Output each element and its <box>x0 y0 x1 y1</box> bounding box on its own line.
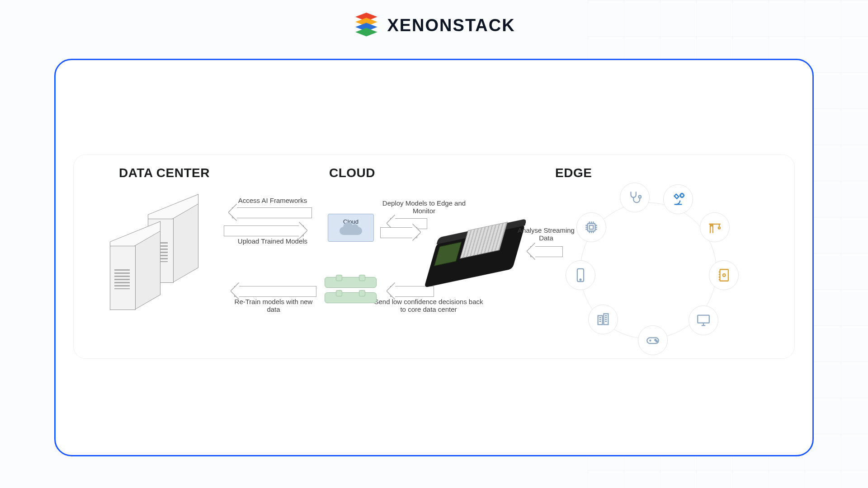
brand-name: XENONSTACK <box>387 16 515 35</box>
chip-icon <box>576 212 606 242</box>
svg-point-9 <box>723 274 726 277</box>
arrow-upload-models <box>224 225 304 236</box>
notebook-icon <box>709 260 739 290</box>
brand: XENONSTACK <box>353 12 515 39</box>
column-title-edge: EDGE <box>555 166 592 180</box>
xenonstack-logo-icon <box>353 12 380 39</box>
svg-point-4 <box>639 196 642 198</box>
svg-point-17 <box>580 279 581 281</box>
cloud-tile: Cloud <box>328 214 374 242</box>
arrow-access-ai <box>232 207 312 218</box>
crane-icon <box>700 212 730 242</box>
svg-rect-8 <box>720 269 728 281</box>
label-lowconf: Send low confidence decisions back to co… <box>372 298 485 313</box>
svg-point-12 <box>655 339 656 341</box>
arrow-lowconf <box>390 286 434 297</box>
svg-rect-19 <box>590 225 594 230</box>
svg-point-13 <box>656 341 657 342</box>
monitor-icon <box>689 305 718 335</box>
arrow-retrain <box>234 286 316 297</box>
phone-icon <box>566 260 595 290</box>
svg-point-7 <box>718 227 720 229</box>
label-upload-models: Upload Trained Models <box>227 237 318 245</box>
stack-item <box>325 292 377 303</box>
stethoscope-icon <box>620 183 650 212</box>
microscope-gear-icon: C <box>663 184 693 214</box>
label-access-ai: Access AI Frameworks <box>227 197 318 204</box>
label-retrain: Re-Train models with new data <box>228 298 319 313</box>
cloud-icon <box>340 227 362 238</box>
svg-text:C: C <box>681 194 683 197</box>
arrow-analyse <box>530 246 563 257</box>
diagram-card: DATA CENTER CLOUD EDGE Access AI Framewo… <box>74 155 794 358</box>
stack-item <box>325 277 377 288</box>
arrow-deploy-right <box>380 227 417 238</box>
svg-rect-14 <box>598 316 603 325</box>
svg-rect-16 <box>577 269 584 282</box>
model-stack <box>325 277 377 308</box>
diagram-frame: DATA CENTER CLOUD EDGE Access AI Framewo… <box>54 59 814 456</box>
svg-marker-3 <box>355 28 377 37</box>
column-title-data-center: DATA CENTER <box>119 166 210 180</box>
label-deploy: Deploy Models to Edge and Monitor <box>379 199 469 215</box>
column-title-cloud: CLOUD <box>329 166 375 180</box>
server-illustration <box>110 221 214 333</box>
buildings-icon <box>588 305 618 334</box>
edge-board-illustration <box>424 216 524 288</box>
svg-rect-18 <box>588 224 595 231</box>
edge-icon-ring: C <box>562 184 734 356</box>
gamepad-icon <box>638 325 668 355</box>
svg-rect-10 <box>698 315 709 323</box>
